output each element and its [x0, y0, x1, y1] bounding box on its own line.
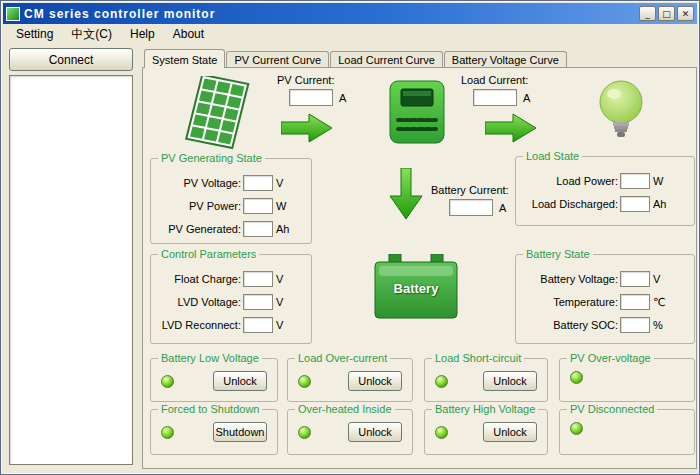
menu-bar: Setting 中文(C) Help About	[3, 24, 697, 44]
title-bar: CM series controller monitor _ □ ✕	[3, 3, 697, 24]
flow-arrow-controller-to-load-icon	[485, 113, 537, 143]
alarm-pv-over-voltage-title: PV Over-voltage	[567, 352, 654, 364]
alarm-load-over-current: Load Over-current Unlock	[287, 358, 413, 402]
pv-voltage-input[interactable]	[243, 175, 273, 191]
battery-voltage-label: Battery Voltage:	[522, 273, 618, 285]
load-over-current-unlock-button[interactable]: Unlock	[348, 371, 402, 391]
battery-low-voltage-led-icon	[161, 375, 174, 388]
menu-help[interactable]: Help	[121, 24, 164, 44]
load-discharged-input[interactable]	[620, 196, 650, 212]
battery-soc-label: Battery SOC:	[522, 319, 618, 331]
lvd-voltage-label: LVD Voltage:	[157, 296, 241, 308]
temperature-unit: ℃	[653, 296, 665, 309]
alarm-battery-low-voltage-title: Battery Low Voltage	[158, 352, 262, 364]
alarm-load-short-circuit: Load Short-circuit Unlock	[424, 358, 548, 402]
pv-power-label: PV Power:	[157, 200, 241, 212]
light-bulb-icon	[598, 78, 644, 144]
minimize-button[interactable]: _	[639, 6, 656, 21]
alarm-over-heated-inside: Over-heated Inside Unlock	[287, 409, 413, 455]
controller-icon	[389, 76, 445, 148]
pv-generating-state-title: PV Generating State	[158, 152, 265, 164]
connect-button[interactable]: Connect	[9, 48, 133, 71]
tab-battery-voltage-curve[interactable]: Battery Voltage Curve	[444, 51, 567, 67]
alarm-pv-disconnected-title: PV Disconnected	[567, 403, 657, 415]
lvd-voltage-input[interactable]	[243, 294, 273, 310]
load-state-title: Load State	[523, 150, 582, 162]
pv-generated-unit: Ah	[276, 223, 289, 235]
pv-voltage-unit: V	[276, 177, 283, 189]
control-parameters-group: Control Parameters Float Charge: V LVD V…	[150, 254, 312, 344]
load-state-group: Load State Load Power: W Load Discharged…	[515, 156, 695, 226]
lvd-reconnect-input[interactable]	[243, 317, 273, 333]
control-parameters-title: Control Parameters	[158, 248, 259, 260]
lvd-reconnect-unit: V	[276, 319, 283, 331]
battery-high-voltage-led-icon	[435, 426, 448, 439]
alarm-battery-high-voltage: Battery High Voltage Unlock	[424, 409, 548, 455]
battery-soc-input[interactable]	[620, 317, 650, 333]
load-current-label: Load Current:	[461, 74, 528, 86]
pv-current-unit: A	[339, 92, 346, 104]
alarm-forced-to-shutdown: Forced to Shutdown Shutdown	[150, 409, 278, 455]
solar-panel-icon	[185, 76, 253, 156]
alarm-pv-over-voltage: PV Over-voltage	[559, 358, 695, 402]
pv-power-input[interactable]	[243, 198, 273, 214]
alarm-battery-high-voltage-title: Battery High Voltage	[432, 403, 538, 415]
maximize-button[interactable]: □	[658, 6, 675, 21]
load-discharged-label: Load Discharged:	[522, 198, 618, 210]
window-title: CM series controller monitor	[24, 7, 639, 21]
float-charge-unit: V	[276, 273, 283, 285]
flow-arrow-pv-to-controller-icon	[281, 113, 333, 143]
load-current-input[interactable]	[473, 89, 517, 106]
load-short-circuit-led-icon	[435, 375, 448, 388]
battery-current-label: Battery Current:	[431, 184, 509, 196]
load-power-unit: W	[653, 175, 663, 187]
tab-system-state[interactable]: System State	[144, 49, 225, 68]
system-state-panel: PV Current: A Load Current: A	[142, 67, 697, 469]
tab-load-current-curve[interactable]: Load Current Curve	[330, 51, 443, 67]
battery-low-voltage-unlock-button[interactable]: Unlock	[213, 371, 267, 391]
menu-setting[interactable]: Setting	[7, 24, 62, 44]
alarm-over-heated-inside-title: Over-heated Inside	[295, 403, 395, 415]
battery-state-group: Battery State Battery Voltage: V Tempera…	[515, 254, 695, 344]
pv-generating-state-group: PV Generating State PV Voltage: V PV Pow…	[150, 158, 312, 244]
battery-voltage-input[interactable]	[620, 271, 650, 287]
pv-current-label: PV Current:	[277, 74, 334, 86]
app-window: CM series controller monitor _ □ ✕ Setti…	[0, 0, 700, 475]
tab-pv-current-curve[interactable]: PV Current Curve	[226, 51, 329, 67]
over-heated-inside-led-icon	[298, 426, 311, 439]
load-short-circuit-unlock-button[interactable]: Unlock	[483, 371, 537, 391]
pv-over-voltage-led-icon	[570, 371, 583, 384]
temperature-input[interactable]	[620, 294, 650, 310]
alarm-load-short-circuit-title: Load Short-circuit	[432, 352, 524, 364]
battery-high-voltage-unlock-button[interactable]: Unlock	[483, 422, 537, 442]
alarm-load-over-current-title: Load Over-current	[295, 352, 390, 364]
alarm-pv-disconnected: PV Disconnected	[559, 409, 695, 455]
lvd-reconnect-label: LVD Reconnect:	[157, 319, 241, 331]
menu-about[interactable]: About	[164, 24, 213, 44]
menu-chinese[interactable]: 中文(C)	[62, 23, 121, 46]
alarm-forced-to-shutdown-title: Forced to Shutdown	[158, 403, 262, 415]
float-charge-label: Float Charge:	[157, 273, 241, 285]
battery-current-unit: A	[499, 202, 506, 214]
app-icon	[6, 7, 20, 21]
device-list[interactable]	[9, 75, 133, 465]
tab-bar: System State PV Current Curve Load Curre…	[143, 49, 567, 68]
pv-power-unit: W	[276, 200, 286, 212]
battery-current-input[interactable]	[449, 199, 493, 216]
battery-state-title: Battery State	[523, 248, 593, 260]
lvd-voltage-unit: V	[276, 296, 283, 308]
pv-generated-label: PV Generated:	[157, 223, 241, 235]
load-discharged-unit: Ah	[653, 198, 666, 210]
over-heated-inside-unlock-button[interactable]: Unlock	[348, 422, 402, 442]
load-power-label: Load Power:	[522, 175, 618, 187]
pv-generated-input[interactable]	[243, 221, 273, 237]
float-charge-input[interactable]	[243, 271, 273, 287]
battery-label: Battery	[373, 281, 459, 296]
pv-current-input[interactable]	[289, 89, 333, 106]
battery-soc-unit: %	[653, 319, 663, 331]
load-power-input[interactable]	[620, 173, 650, 189]
alarm-battery-low-voltage: Battery Low Voltage Unlock	[150, 358, 278, 402]
battery-voltage-unit: V	[653, 273, 660, 285]
close-button[interactable]: ✕	[677, 6, 694, 21]
shutdown-button[interactable]: Shutdown	[213, 422, 267, 442]
